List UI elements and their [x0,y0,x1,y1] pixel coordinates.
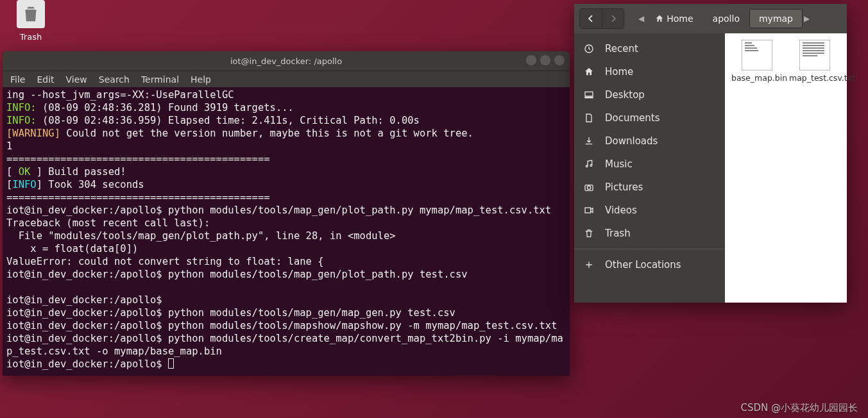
sidebar-item-other-locations[interactable]: Other Locations [574,253,725,276]
menu-search[interactable]: Search [99,74,130,85]
file-label: map_test.csv.txt [789,73,840,83]
menu-view[interactable]: View [66,74,87,85]
file-label: base_map.bin [731,73,783,83]
sidebar-item-music[interactable]: Music [574,153,725,176]
home-icon [583,66,595,78]
files-window: ◀ Home apollo mymap ▶ Recent [574,4,847,303]
nav-buttons [579,8,624,29]
terminal-cursor [168,358,174,369]
sidebar-item-trash[interactable]: Trash [574,222,725,245]
camera-icon [583,181,595,193]
sidebar-item-desktop[interactable]: Desktop [574,83,725,106]
svg-rect-1 [585,92,593,96]
menu-edit[interactable]: Edit [37,74,54,85]
desktop-icon [583,89,595,101]
desktop-icon-label: Trash [12,32,50,42]
music-icon [583,158,595,170]
svg-point-3 [586,165,588,167]
chevron-right-icon [610,15,617,22]
minimize-button[interactable] [526,55,536,65]
trash-icon [583,228,595,239]
chevron-left-icon [588,15,594,22]
menu-help[interactable]: Help [191,74,211,85]
sidebar-item-videos[interactable]: Videos [574,199,725,222]
path-bar: ◀ Home apollo mymap ▶ [637,9,811,28]
home-icon [655,14,664,23]
download-icon [583,135,595,147]
document-icon [583,112,595,124]
file-icon [742,40,772,71]
back-button[interactable] [580,9,602,28]
close-button[interactable] [554,55,565,65]
file-icon [799,40,830,71]
terminal-body[interactable]: ing --host_jvm_args=-XX:-UseParallelGC I… [3,87,570,376]
sidebar-item-pictures[interactable]: Pictures [574,176,725,199]
terminal-window: iot@in_dev_docker: /apollo File Edit Vie… [3,51,570,376]
terminal-titlebar[interactable]: iot@in_dev_docker: /apollo [3,51,570,71]
trash-icon [17,0,45,28]
files-toolbar: ◀ Home apollo mymap ▶ [574,4,847,33]
path-segment-apollo[interactable]: apollo [703,9,749,28]
sidebar-item-home[interactable]: Home [574,60,725,83]
files-content[interactable]: base_map.bin map_test.csv.txt [725,33,847,303]
menu-file[interactable]: File [10,74,25,85]
file-item-map-test-csv-txt[interactable]: map_test.csv.txt [789,40,840,83]
sidebar-item-downloads[interactable]: Downloads [574,130,725,153]
svg-rect-2 [585,97,593,97]
plus-icon [583,259,595,271]
path-left-icon[interactable]: ◀ [637,14,645,23]
desktop-icon-trash[interactable]: Trash [12,0,50,42]
path-right-icon[interactable]: ▶ [803,14,811,23]
svg-rect-7 [585,208,591,213]
path-segment-mymap[interactable]: mymap [749,9,803,28]
file-item-base-map-bin[interactable]: base_map.bin [731,40,783,83]
svg-point-6 [587,186,590,189]
watermark: CSDN @小葵花幼儿园园长 [740,402,858,414]
forward-button[interactable] [602,9,624,28]
svg-point-4 [590,165,592,167]
terminal-title: iot@in_dev_docker: /apollo [230,56,342,66]
sidebar-item-documents[interactable]: Documents [574,106,725,130]
clock-icon [583,43,595,54]
maximize-button[interactable] [540,55,550,65]
terminal-menubar: File Edit View Search Terminal Help [3,71,570,87]
files-sidebar: Recent Home Desktop Documents Downloads … [574,33,725,303]
menu-terminal[interactable]: Terminal [141,74,179,85]
video-icon [583,205,595,216]
sidebar-separator [574,249,725,249]
sidebar-item-recent[interactable]: Recent [574,37,725,60]
path-home[interactable]: Home [645,9,702,28]
